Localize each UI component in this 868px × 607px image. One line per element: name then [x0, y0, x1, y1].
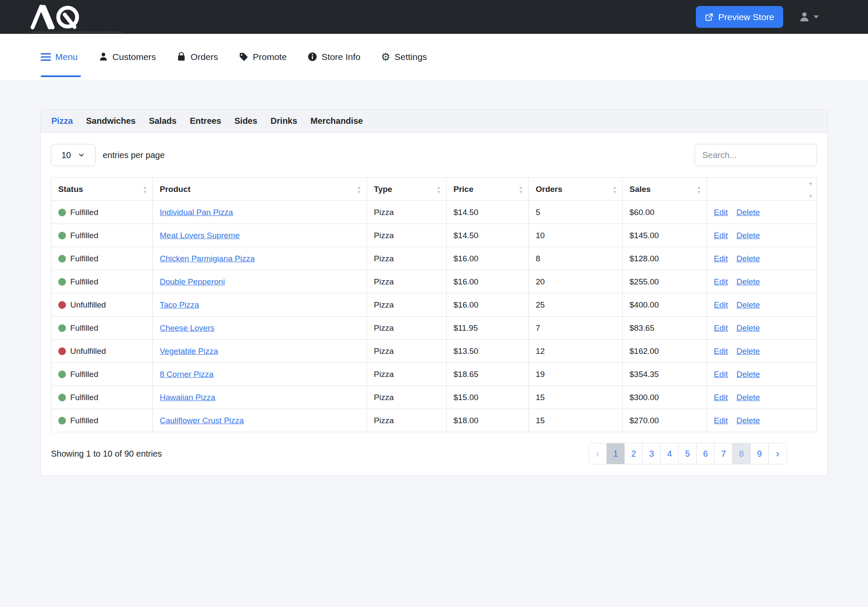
status-cell: Fulfilled: [51, 317, 153, 340]
product-cell: Taco Pizza: [153, 293, 367, 317]
column-header-price[interactable]: Price▲▼: [447, 178, 529, 201]
sort-icon[interactable]: ▼▲: [808, 181, 813, 197]
pagination-page-8[interactable]: 8: [733, 443, 751, 464]
column-header-product[interactable]: Product▲▼: [153, 178, 367, 201]
pagination-page-3[interactable]: 3: [643, 443, 661, 464]
edit-link[interactable]: Edit: [714, 347, 728, 356]
nav-item-settings[interactable]: ⚙︎ Settings: [381, 52, 427, 62]
edit-link[interactable]: Edit: [714, 323, 728, 332]
edit-link[interactable]: Edit: [714, 277, 728, 286]
product-link[interactable]: Meat Lovers Supreme: [160, 231, 240, 240]
product-link[interactable]: Taco Pizza: [160, 300, 199, 309]
edit-link[interactable]: Edit: [714, 416, 728, 425]
orders-cell: 7: [529, 317, 623, 340]
tag-icon: [239, 52, 248, 62]
tab-sandwiches[interactable]: Sandwiches: [86, 116, 136, 126]
edit-link[interactable]: Edit: [714, 208, 728, 217]
pagination-next-button[interactable]: ›: [769, 443, 787, 464]
nav-item-customers[interactable]: Customers: [98, 52, 156, 62]
tab-merchandise[interactable]: Merchandise: [310, 116, 363, 126]
delete-link[interactable]: Delete: [737, 277, 760, 286]
tab-drinks[interactable]: Drinks: [271, 116, 297, 126]
column-header-sales[interactable]: Sales▲▼: [623, 178, 707, 201]
product-link[interactable]: Vegetable Pizza: [160, 347, 218, 356]
edit-link[interactable]: Edit: [714, 231, 728, 240]
pagination-page-7[interactable]: 7: [715, 443, 733, 464]
pagination-page-2[interactable]: 2: [625, 443, 643, 464]
sort-asc-arrow: ▲: [697, 185, 701, 189]
sort-icon[interactable]: ▲▼: [697, 185, 701, 194]
edit-link[interactable]: Edit: [714, 254, 728, 263]
preview-store-button[interactable]: Preview Store: [696, 6, 783, 28]
orders-cell: 12: [529, 340, 623, 363]
edit-link[interactable]: Edit: [714, 370, 728, 379]
sort-icon[interactable]: ▲▼: [436, 185, 441, 194]
user-menu-button[interactable]: [799, 11, 819, 23]
product-link[interactable]: Cauliflower Crust Pizza: [160, 416, 244, 425]
search-input[interactable]: [695, 144, 817, 166]
pagination-page-9[interactable]: 9: [751, 443, 769, 464]
pagination-page-6[interactable]: 6: [697, 443, 715, 464]
status-label: Fulfilled: [70, 393, 98, 402]
tab-pizza[interactable]: Pizza: [51, 116, 73, 126]
status-cell: Unfulfilled: [51, 340, 153, 363]
sort-icon[interactable]: ▲▼: [357, 185, 361, 194]
product-link[interactable]: Cheese Lovers: [160, 323, 215, 332]
pagination-page-1[interactable]: 1: [607, 443, 625, 464]
topbar: Preview Store: [0, 0, 868, 34]
column-header-status[interactable]: Status▲▼: [51, 178, 153, 201]
nav-item-orders[interactable]: Orders: [176, 52, 218, 62]
page-content: Pizza Sandwiches Salads Entrees Sides Dr…: [0, 80, 868, 476]
edit-link[interactable]: Edit: [714, 300, 728, 309]
column-header-type[interactable]: Type▲▼: [367, 178, 447, 201]
store-logo[interactable]: [30, 2, 122, 33]
product-link[interactable]: 8 Corner Pizza: [160, 370, 214, 379]
pagination-page-4[interactable]: 4: [661, 443, 679, 464]
sales-cell: $270.00: [623, 409, 707, 432]
sort-icon[interactable]: ▲▼: [143, 185, 147, 194]
sales-cell: $145.00: [623, 224, 707, 247]
delete-link[interactable]: Delete: [737, 208, 760, 217]
sort-asc-arrow: ▲: [519, 185, 523, 189]
nav-label: Settings: [394, 52, 427, 62]
product-link[interactable]: Individual Pan Pizza: [160, 208, 233, 217]
delete-link[interactable]: Delete: [737, 347, 760, 356]
status-dot-icon: [58, 209, 66, 216]
status-label: Fulfilled: [70, 208, 98, 217]
category-tabs: Pizza Sandwiches Salads Entrees Sides Dr…: [41, 110, 827, 133]
aq-logo-icon: [30, 5, 81, 30]
status-label: Fulfilled: [70, 323, 98, 332]
product-link[interactable]: Double Pepperoni: [160, 277, 225, 286]
delete-link[interactable]: Delete: [737, 323, 760, 332]
tab-entrees[interactable]: Entrees: [190, 116, 221, 126]
price-cell: $14.50: [447, 224, 529, 247]
status-dot-icon: [58, 278, 66, 286]
product-link[interactable]: Chicken Parmigiana Pizza: [160, 254, 255, 263]
pagination-prev-button[interactable]: ‹: [589, 443, 607, 464]
delete-link[interactable]: Delete: [737, 231, 760, 240]
sort-icon[interactable]: ▲▼: [519, 185, 523, 194]
delete-link[interactable]: Delete: [737, 416, 760, 425]
product-link[interactable]: Hawaiian Pizza: [160, 393, 215, 402]
tab-salads[interactable]: Salads: [149, 116, 176, 126]
delete-link[interactable]: Delete: [737, 393, 760, 402]
sales-cell: $255.00: [623, 270, 707, 293]
price-cell: $13.50: [447, 340, 529, 363]
delete-link[interactable]: Delete: [737, 370, 760, 379]
edit-link[interactable]: Edit: [714, 393, 728, 402]
caret-down-icon: [814, 15, 819, 18]
column-header-actions[interactable]: ▼▲: [707, 178, 817, 201]
actions-cell: EditDelete: [707, 409, 817, 432]
status-cell: Fulfilled: [51, 386, 153, 409]
nav-item-menu[interactable]: Menu: [41, 52, 78, 62]
delete-link[interactable]: Delete: [737, 300, 760, 309]
nav-item-store-info[interactable]: Store Info: [307, 52, 361, 62]
pagination-page-5[interactable]: 5: [679, 443, 697, 464]
sort-icon[interactable]: ▲▼: [612, 185, 617, 194]
nav-item-promote[interactable]: Promote: [239, 52, 286, 62]
column-header-orders[interactable]: Orders▲▼: [529, 178, 623, 201]
type-cell: Pizza: [367, 409, 447, 432]
delete-link[interactable]: Delete: [737, 254, 760, 263]
page-size-select[interactable]: 10: [51, 144, 95, 166]
tab-sides[interactable]: Sides: [235, 116, 257, 126]
